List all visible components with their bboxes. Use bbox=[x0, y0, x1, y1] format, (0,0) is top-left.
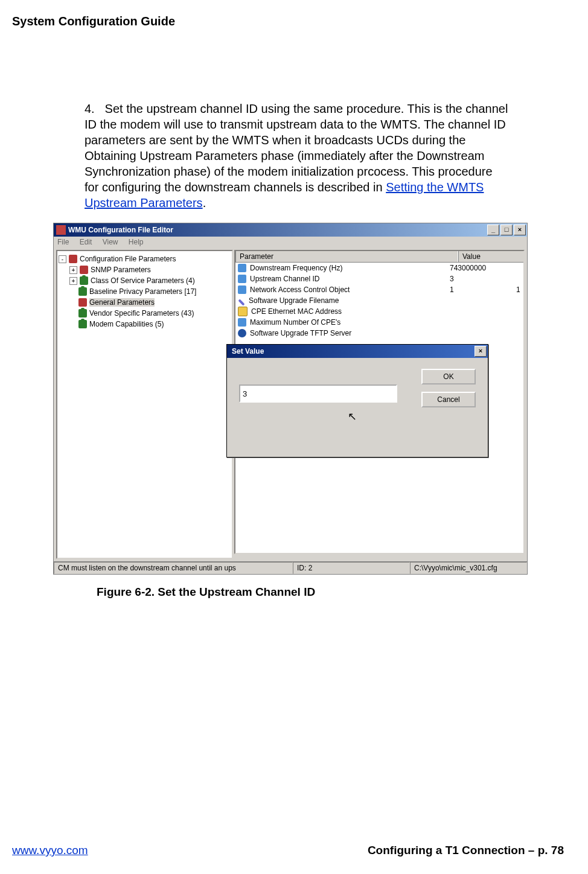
tree-item-general[interactable]: General Parameters bbox=[59, 297, 231, 308]
tree-label: Modem Capabilities (5) bbox=[89, 320, 164, 328]
tree-label: SNMP Parameters bbox=[91, 266, 151, 274]
dialog-title: Set Value bbox=[229, 347, 473, 356]
grid-row[interactable]: Maximum Number Of CPE's bbox=[235, 317, 523, 328]
tree-label: General Parameters bbox=[89, 298, 155, 307]
grid-row[interactable]: Software Upgrade Filename bbox=[235, 295, 523, 306]
menu-help[interactable]: Help bbox=[129, 238, 144, 246]
footer-link[interactable]: www.vyyo.com bbox=[12, 844, 88, 857]
app-title: WMU Configuration File Editor bbox=[68, 226, 486, 234]
param-icon bbox=[238, 285, 246, 294]
tree-label: Vendor Specific Parameters (43) bbox=[89, 309, 194, 317]
cancel-button[interactable]: Cancel bbox=[421, 392, 476, 407]
param-icon bbox=[238, 275, 246, 283]
param-name: Upstream Channel ID bbox=[250, 275, 319, 283]
step-text-end: . bbox=[203, 196, 206, 209]
close-button[interactable]: × bbox=[514, 225, 526, 235]
menu-view[interactable]: View bbox=[103, 238, 118, 246]
tree-item-snmp[interactable]: + SNMP Parameters bbox=[59, 264, 231, 275]
node-icon bbox=[78, 309, 87, 317]
menu-edit[interactable]: Edit bbox=[80, 238, 92, 246]
param-name: Network Access Control Object bbox=[250, 285, 350, 294]
param-icon bbox=[238, 299, 244, 305]
set-value-dialog: Set Value × OK Cancel ↖ bbox=[226, 344, 488, 458]
grid-row[interactable]: Network Access Control Object 1 1 bbox=[235, 284, 523, 295]
param-name: Downstream Frequency (Hz) bbox=[250, 264, 342, 272]
status-id: ID: 2 bbox=[293, 562, 410, 574]
param-icon bbox=[238, 307, 248, 316]
cursor-icon: ↖ bbox=[348, 410, 357, 423]
app-titlebar: WMU Configuration File Editor _ □ × bbox=[54, 223, 527, 237]
step-number: 4. bbox=[85, 101, 101, 116]
figure-caption: Figure 6-2. Set the Upstream Channel ID bbox=[97, 585, 564, 599]
col-value[interactable]: Value bbox=[458, 251, 525, 262]
dialog-close-button[interactable]: × bbox=[475, 346, 487, 357]
tree-label: Class Of Service Parameters (4) bbox=[91, 276, 195, 285]
param-icon bbox=[238, 264, 246, 272]
grid-row[interactable]: Upstream Channel ID 3 bbox=[235, 273, 523, 284]
tree-label: Configuration File Parameters bbox=[80, 255, 176, 263]
menu-file[interactable]: File bbox=[57, 238, 69, 246]
param-name: Maximum Number Of CPE's bbox=[250, 318, 340, 327]
tree-panel: - Configuration File Parameters + SNMP P… bbox=[56, 250, 233, 559]
folder-icon bbox=[69, 255, 77, 263]
grid-row[interactable]: Software Upgrade TFTP Server bbox=[235, 328, 523, 339]
app-window: WMU Configuration File Editor _ □ × File… bbox=[53, 223, 528, 575]
menu-bar: File Edit View Help bbox=[54, 237, 527, 247]
tree-item-bpi[interactable]: Baseline Privacy Parameters [17] bbox=[59, 286, 231, 297]
tree-toggle-icon[interactable]: + bbox=[69, 266, 77, 274]
param-icon bbox=[238, 318, 246, 327]
tree-item-config-file-params[interactable]: - Configuration File Parameters bbox=[59, 254, 231, 264]
folder-icon bbox=[80, 266, 88, 274]
param-name: Software Upgrade Filename bbox=[249, 296, 339, 305]
folder-icon bbox=[78, 298, 87, 307]
tree-item-cos[interactable]: + Class Of Service Parameters (4) bbox=[59, 275, 231, 286]
node-icon bbox=[78, 287, 87, 296]
col-parameter[interactable]: Parameter bbox=[235, 251, 458, 262]
param-value: 1 bbox=[450, 285, 516, 294]
grid-row[interactable]: CPE Ethernet MAC Address bbox=[235, 306, 523, 317]
param-value: 3 bbox=[450, 275, 516, 283]
status-bar: CM must listen on the downstream channel… bbox=[54, 561, 527, 574]
tree-item-modem-cap[interactable]: Modem Capabilities (5) bbox=[59, 319, 231, 330]
ok-button[interactable]: OK bbox=[421, 369, 476, 384]
screenshot-figure: WMU Configuration File Editor _ □ × File… bbox=[53, 223, 528, 575]
tree-label: Baseline Privacy Parameters [17] bbox=[89, 287, 196, 296]
tree-item-vendor[interactable]: Vendor Specific Parameters (43) bbox=[59, 308, 231, 319]
param-name: CPE Ethernet MAC Address bbox=[251, 307, 342, 316]
page-header: System Configuration Guide bbox=[12, 14, 564, 28]
tree-toggle-icon[interactable]: + bbox=[69, 277, 77, 285]
footer-page: Configuring a T1 Connection – p. 78 bbox=[368, 844, 564, 857]
tree-toggle-icon[interactable]: - bbox=[59, 255, 66, 263]
status-message: CM must listen on the downstream channel… bbox=[54, 562, 293, 574]
param-name: Software Upgrade TFTP Server bbox=[250, 329, 351, 337]
node-icon bbox=[80, 276, 88, 285]
status-path: C:\Vyyo\mic\mic_v301.cfg bbox=[410, 562, 527, 574]
app-icon bbox=[56, 225, 66, 235]
maximize-button[interactable]: □ bbox=[500, 225, 513, 235]
param-default: 1 bbox=[516, 285, 523, 294]
minimize-button[interactable]: _ bbox=[487, 225, 499, 235]
step-paragraph: 4. Set the upstream channel ID using the… bbox=[85, 101, 510, 211]
value-input[interactable] bbox=[239, 384, 397, 403]
param-value: 743000000 bbox=[450, 264, 516, 272]
node-icon bbox=[78, 320, 87, 328]
param-icon bbox=[238, 329, 246, 337]
grid-row[interactable]: Downstream Frequency (Hz) 743000000 bbox=[235, 263, 523, 273]
dialog-titlebar: Set Value × bbox=[227, 345, 488, 358]
